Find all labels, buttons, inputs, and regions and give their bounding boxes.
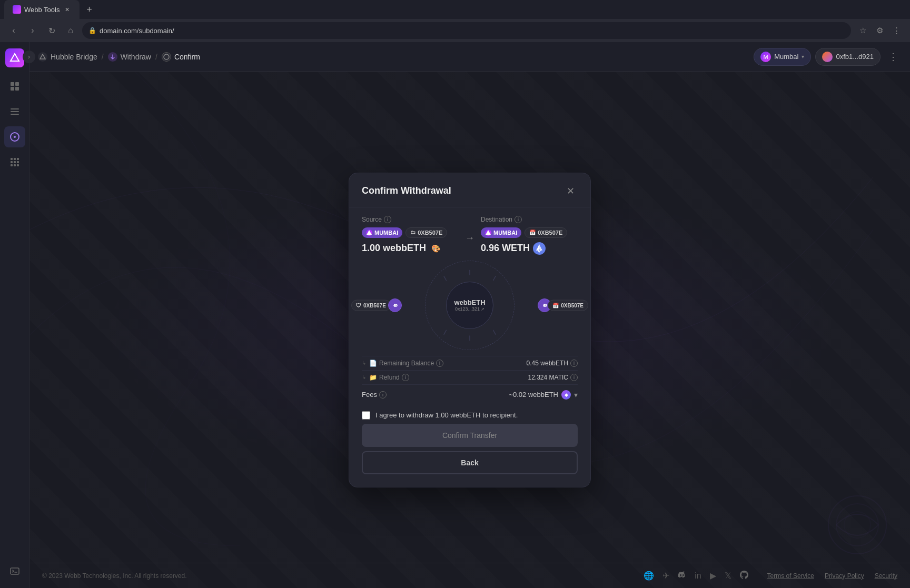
back-button[interactable]: Back bbox=[362, 451, 578, 474]
breadcrumb: Hubble Bridge / Withdraw / Confirm bbox=[38, 52, 200, 62]
confirm-transfer-button[interactable]: Confirm Transfer bbox=[362, 424, 578, 447]
dest-amount: 0.96 WETH bbox=[481, 242, 578, 255]
network-label: Mumbai bbox=[774, 53, 798, 61]
breadcrumb-withdraw[interactable]: Withdraw bbox=[108, 52, 151, 62]
svg-marker-0 bbox=[11, 54, 19, 61]
wallet-button[interactable]: 0xfb1...d921 bbox=[815, 48, 881, 66]
flow-center-label: webbETH bbox=[454, 298, 485, 306]
svg-rect-17 bbox=[14, 164, 16, 166]
breadcrumb-label-withdraw: Withdraw bbox=[121, 53, 151, 61]
dest-info-icon[interactable]: i bbox=[515, 216, 522, 223]
modal-overlay: Confirm Withdrawal ✕ Source i bbox=[349, 173, 591, 487]
footer-copyright: © 2023 Webb Technologies, Inc. All right… bbox=[42, 572, 187, 580]
fees-info-icon[interactable]: i bbox=[379, 391, 387, 398]
main-content: Confirm Withdrawal ✕ Source i bbox=[29, 72, 910, 588]
svg-rect-6 bbox=[11, 111, 19, 112]
svg-rect-13 bbox=[11, 161, 13, 163]
tab-title: Webb Tools bbox=[24, 6, 60, 14]
agree-checkbox[interactable] bbox=[362, 411, 370, 420]
folder-icon: 📁 bbox=[369, 374, 377, 381]
sidebar: › bbox=[0, 42, 29, 588]
fees-value: ~0.02 webbETH ◆ ▾ bbox=[509, 390, 578, 400]
bookmark-icon[interactable]: ☆ bbox=[855, 23, 870, 38]
modal-body: Source i MUMBAI bbox=[349, 207, 590, 487]
svg-rect-1 bbox=[11, 82, 14, 86]
extensions-icon[interactable]: ⚙ bbox=[872, 23, 887, 38]
menu-icon[interactable]: ⋮ bbox=[889, 23, 904, 38]
browser-actions: ☆ ⚙ ⋮ bbox=[855, 23, 904, 38]
confirm-icon bbox=[162, 52, 171, 62]
more-options-button[interactable]: ⋮ bbox=[885, 48, 902, 65]
dest-chain-tags: MUMBAI 📅 0XB507E bbox=[481, 227, 578, 238]
modal-header: Confirm Withdrawal ✕ bbox=[349, 173, 590, 207]
transfer-row: Source i MUMBAI bbox=[362, 216, 578, 255]
svg-rect-11 bbox=[14, 158, 16, 160]
flow-right-icon: 📅 bbox=[552, 302, 559, 308]
destination-box: Destination i MUMBAI bbox=[481, 216, 578, 255]
network-selector[interactable]: M Mumbai ▾ bbox=[754, 48, 811, 66]
security-link[interactable]: Security bbox=[875, 572, 897, 580]
remaining-balance-value: 0.45 webbETH i bbox=[527, 360, 578, 367]
flow-left-icon: 🛡 bbox=[356, 302, 361, 308]
source-box: Source i MUMBAI bbox=[362, 216, 459, 255]
telegram-icon[interactable]: ✈ bbox=[662, 571, 669, 581]
svg-rect-7 bbox=[11, 114, 19, 115]
fees-row: Fees i ~0.02 webbETH ◆ ▾ bbox=[362, 384, 578, 405]
top-nav-right: M Mumbai ▾ 0xfb1...d921 ⋮ bbox=[754, 48, 902, 66]
sidebar-toggle[interactable]: › bbox=[23, 51, 35, 63]
source-wallet-label: 0XB507E bbox=[418, 230, 442, 236]
flow-right-node: 📅 0XB507E bbox=[548, 300, 588, 311]
dest-wallet-icon: 📅 bbox=[529, 230, 536, 235]
remaining-balance-row: ↳ 📄 Remaining Balance i 0.45 webbETH i bbox=[362, 356, 578, 370]
source-label: Source i bbox=[362, 216, 459, 223]
browser-toolbar: ‹ › ↻ ⌂ 🔒 domain.com/subdomain/ ☆ ⚙ ⋮ bbox=[0, 19, 910, 42]
browser-tab[interactable]: Webb Tools ✕ bbox=[4, 0, 80, 19]
svg-rect-4 bbox=[15, 87, 19, 91]
fees-expand-icon[interactable]: ▾ bbox=[574, 391, 578, 399]
sidebar-item-list[interactable] bbox=[4, 101, 25, 122]
sidebar-item-grid[interactable] bbox=[4, 76, 25, 97]
dest-chain-label: MUMBAI bbox=[493, 230, 517, 236]
breadcrumb-sep-1: / bbox=[102, 53, 104, 61]
home-button[interactable]: ⌂ bbox=[63, 23, 78, 38]
modal-close-button[interactable]: ✕ bbox=[563, 184, 578, 198]
source-chain-icon bbox=[366, 230, 372, 236]
svg-point-21 bbox=[164, 54, 169, 59]
breadcrumb-hubble-bridge[interactable]: Hubble Bridge bbox=[38, 52, 97, 62]
reload-button[interactable]: ↻ bbox=[44, 23, 59, 38]
terms-of-service-link[interactable]: Terms of Service bbox=[767, 572, 814, 580]
github-icon[interactable] bbox=[740, 571, 748, 581]
svg-point-23 bbox=[836, 504, 878, 546]
source-chain-tag: MUMBAI bbox=[362, 227, 402, 238]
tab-close-button[interactable]: ✕ bbox=[63, 5, 71, 14]
app-logo[interactable] bbox=[5, 48, 24, 67]
privacy-policy-link[interactable]: Privacy Policy bbox=[825, 572, 864, 580]
youtube-icon[interactable]: ▶ bbox=[710, 571, 716, 581]
forward-button[interactable]: › bbox=[25, 23, 40, 38]
sidebar-item-console[interactable] bbox=[4, 561, 25, 582]
tab-bar: Webb Tools ✕ + bbox=[0, 0, 910, 19]
sidebar-item-bridge[interactable] bbox=[4, 126, 25, 147]
tab-favicon bbox=[13, 5, 21, 14]
source-info-icon[interactable]: i bbox=[384, 216, 391, 223]
flow-left-addr: 0XB507E bbox=[363, 302, 386, 308]
new-tab-button[interactable]: + bbox=[82, 2, 96, 17]
svg-rect-14 bbox=[14, 161, 16, 163]
flow-diagram: 🛡 0XB507E webbETH bbox=[362, 263, 578, 347]
remaining-value-info-icon[interactable]: i bbox=[570, 360, 578, 367]
refund-value-info-icon[interactable]: i bbox=[570, 374, 578, 381]
confirm-withdrawal-modal: Confirm Withdrawal ✕ Source i bbox=[349, 173, 591, 487]
linkedin-icon[interactable]: in bbox=[695, 571, 701, 581]
breadcrumb-confirm[interactable]: Confirm bbox=[162, 52, 200, 62]
remaining-info-icon[interactable]: i bbox=[436, 360, 443, 367]
source-wallet-icon: 🗂 bbox=[410, 230, 416, 235]
globe-icon[interactable]: 🌐 bbox=[644, 571, 654, 581]
breadcrumb-label-confirm: Confirm bbox=[174, 53, 200, 61]
address-bar[interactable]: 🔒 domain.com/subdomain/ bbox=[82, 22, 851, 39]
bg-watermark bbox=[826, 493, 889, 556]
sidebar-item-apps[interactable] bbox=[4, 152, 25, 173]
refund-info-icon[interactable]: i bbox=[402, 374, 409, 381]
discord-icon[interactable] bbox=[678, 571, 686, 581]
back-button[interactable]: ‹ bbox=[6, 23, 21, 38]
twitter-icon[interactable]: 𝕏 bbox=[725, 571, 731, 581]
